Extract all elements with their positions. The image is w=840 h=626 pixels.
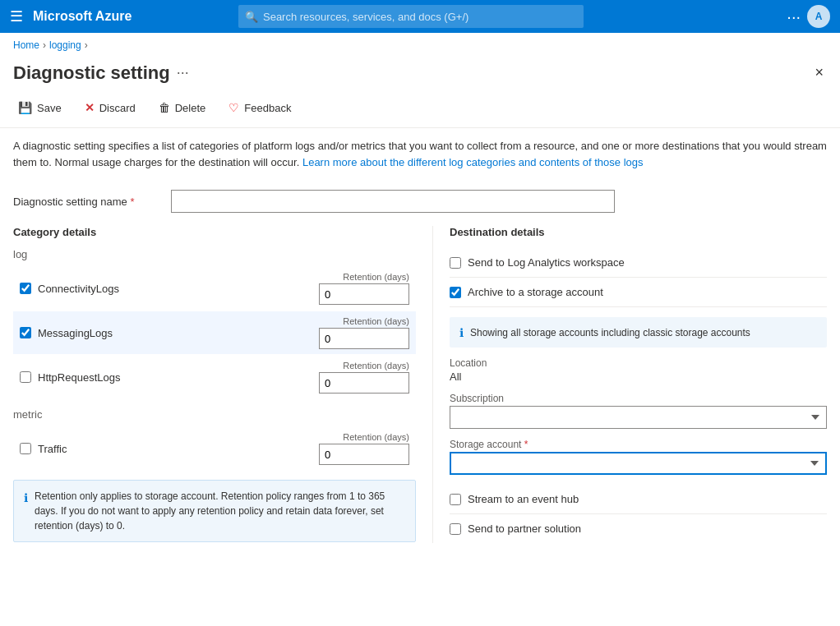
log-group: log ConnectivityLogs Retention (days) Me… xyxy=(13,248,416,398)
topnav-right: ··· A xyxy=(787,5,830,28)
hamburger-icon[interactable]: ☰ xyxy=(10,7,23,25)
traffic-retention-group: Retention (days) xyxy=(311,432,409,465)
location-label: Location xyxy=(450,357,827,369)
http-request-logs-checkbox[interactable] xyxy=(20,371,31,383)
event-hub-checkbox[interactable] xyxy=(450,494,461,505)
search-icon: 🔍 xyxy=(245,11,258,23)
retention-info-text: Retention only applies to storage accoun… xyxy=(35,489,405,533)
page-title: Diagnostic setting xyxy=(13,62,170,84)
log-analytics-row: Send to Log Analytics workspace xyxy=(450,248,827,278)
breadcrumb: Home › logging › xyxy=(0,33,840,58)
messaging-logs-checkbox[interactable] xyxy=(20,327,31,338)
archive-storage-row: Archive to a storage account xyxy=(450,278,827,307)
breadcrumb-sep-1: › xyxy=(43,39,46,51)
messaging-retention-label: Retention (days) xyxy=(343,316,409,326)
page-options-icon[interactable]: ··· xyxy=(177,64,189,81)
delete-button[interactable]: 🗑 Delete xyxy=(154,98,211,117)
log-group-label: log xyxy=(13,248,416,260)
topnav: ☰ Microsoft Azure 🔍 ··· A xyxy=(0,0,840,33)
storage-account-field: Storage account * xyxy=(450,439,827,475)
connectivity-logs-checkbox[interactable] xyxy=(20,283,31,294)
feedback-icon: ♡ xyxy=(228,101,239,114)
traffic-retention-input[interactable] xyxy=(319,444,409,465)
app-title: Microsoft Azure xyxy=(33,9,132,24)
traffic-checkbox[interactable] xyxy=(20,443,31,454)
discard-label: Discard xyxy=(99,102,136,114)
save-button[interactable]: 💾 Save xyxy=(13,98,67,117)
storage-info-box: ℹ Showing all storage accounts including… xyxy=(450,317,827,348)
traffic-label: Traffic xyxy=(38,443,311,455)
delete-icon: 🗑 xyxy=(159,101,170,114)
storage-account-select[interactable] xyxy=(450,452,827,475)
breadcrumb-logging[interactable]: logging xyxy=(49,39,81,51)
breadcrumb-home[interactable]: Home xyxy=(13,39,39,51)
setting-name-label: Diagnostic setting name * xyxy=(13,196,161,208)
two-col-layout: Category details log ConnectivityLogs Re… xyxy=(13,226,827,543)
category-details-title: Category details xyxy=(13,226,416,238)
category-details-column: Category details log ConnectivityLogs Re… xyxy=(13,226,432,543)
subscription-select[interactable] xyxy=(450,406,827,429)
required-mark: * xyxy=(130,196,134,208)
subscription-field: Subscription xyxy=(450,393,827,429)
log-analytics-checkbox[interactable] xyxy=(450,257,461,269)
messaging-retention-group: Retention (days) xyxy=(311,316,409,349)
messaging-retention-input[interactable] xyxy=(319,328,409,349)
save-label: Save xyxy=(37,102,62,114)
destination-details-title: Destination details xyxy=(450,226,827,238)
close-button[interactable]: × xyxy=(811,61,827,85)
search-input[interactable] xyxy=(263,11,577,23)
messaging-logs-row: MessagingLogs Retention (days) xyxy=(13,311,416,354)
connectivity-logs-row: ConnectivityLogs Retention (days) xyxy=(13,267,416,310)
main-content: Diagnostic setting name * Category detai… xyxy=(0,180,840,553)
save-icon: 💾 xyxy=(18,101,32,114)
retention-info-box: ℹ Retention only applies to storage acco… xyxy=(13,480,416,542)
setting-name-row: Diagnostic setting name * xyxy=(13,190,827,213)
http-retention-label: Retention (days) xyxy=(343,361,409,371)
messaging-logs-label: MessagingLogs xyxy=(38,327,311,339)
partner-solution-checkbox[interactable] xyxy=(450,523,461,535)
http-retention-input[interactable] xyxy=(319,372,409,394)
partner-solution-label: Send to partner solution xyxy=(468,522,581,535)
avatar[interactable]: A xyxy=(807,5,830,28)
http-request-logs-label: HttpRequestLogs xyxy=(38,371,311,384)
info-icon: ℹ xyxy=(24,490,28,507)
storage-info-icon: ℹ xyxy=(459,326,464,339)
more-options-icon[interactable]: ··· xyxy=(787,7,801,26)
metric-group-label: metric xyxy=(13,408,416,421)
destination-details-column: Destination details Send to Log Analytic… xyxy=(432,226,827,543)
location-value: All xyxy=(450,371,827,383)
page-header: Diagnostic setting ··· × xyxy=(0,58,840,94)
feedback-label: Feedback xyxy=(244,102,291,114)
toolbar: 💾 Save ✕ Discard 🗑 Delete ♡ Feedback xyxy=(0,94,840,128)
feedback-button[interactable]: ♡ Feedback xyxy=(224,98,296,117)
traffic-retention-label: Retention (days) xyxy=(343,432,409,442)
connectivity-retention-label: Retention (days) xyxy=(343,272,409,282)
event-hub-label: Stream to an event hub xyxy=(468,493,579,505)
discard-icon: ✕ xyxy=(85,101,95,114)
location-field: Location All xyxy=(450,357,827,383)
breadcrumb-sep-2: › xyxy=(85,39,88,51)
discard-button[interactable]: ✕ Discard xyxy=(80,98,141,117)
traffic-row: Traffic Retention (days) xyxy=(13,427,416,470)
archive-storage-label: Archive to a storage account xyxy=(468,286,603,298)
setting-name-input[interactable] xyxy=(171,190,615,213)
search-bar[interactable]: 🔍 xyxy=(238,5,584,28)
http-request-logs-row: HttpRequestLogs Retention (days) xyxy=(13,356,416,398)
metric-group: metric Traffic Retention (days) xyxy=(13,408,416,470)
archive-storage-checkbox[interactable] xyxy=(450,287,461,298)
learn-more-link[interactable]: Learn more about the different log categ… xyxy=(302,156,644,168)
connectivity-logs-label: ConnectivityLogs xyxy=(38,283,311,295)
subscription-label: Subscription xyxy=(450,393,827,404)
storage-required-mark: * xyxy=(524,439,528,450)
log-analytics-label: Send to Log Analytics workspace xyxy=(468,256,625,269)
storage-section: ℹ Showing all storage accounts including… xyxy=(450,307,827,475)
delete-label: Delete xyxy=(175,102,206,114)
storage-info-text: Showing all storage accounts including c… xyxy=(470,327,750,338)
partner-solution-row: Send to partner solution xyxy=(450,514,827,543)
connectivity-retention-group: Retention (days) xyxy=(311,272,409,305)
description: A diagnostic setting specifies a list of… xyxy=(0,128,840,180)
connectivity-retention-input[interactable] xyxy=(319,283,409,305)
storage-account-label: Storage account * xyxy=(450,439,827,450)
event-hub-row: Stream to an event hub xyxy=(450,485,827,514)
http-retention-group: Retention (days) xyxy=(311,361,409,394)
